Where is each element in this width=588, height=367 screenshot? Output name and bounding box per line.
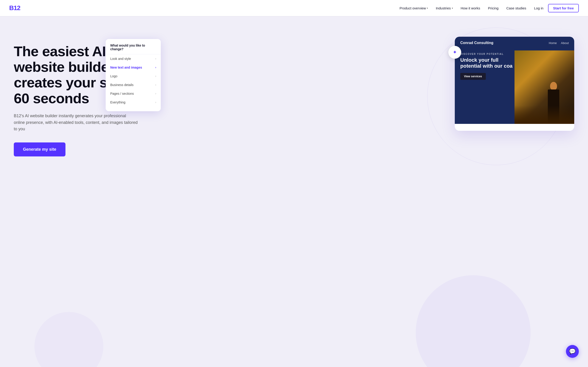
mockup-nav-home: Home bbox=[549, 41, 557, 45]
navigation: B12 Product overview ▾ Industries ▾ How … bbox=[0, 0, 588, 16]
brand-logo[interactable]: B12 bbox=[9, 4, 20, 12]
mockup-view-services-button: View services bbox=[460, 73, 486, 80]
mockup-bottom-bar bbox=[455, 124, 574, 131]
nav-pricing[interactable]: Pricing bbox=[485, 4, 502, 12]
change-panel-title: What would you like to change? bbox=[106, 44, 161, 54]
sparkle-icon: ✦ bbox=[453, 49, 457, 55]
chat-icon: 💬 bbox=[569, 348, 576, 355]
mockup-nav-about: About bbox=[561, 41, 569, 45]
decorative-circle-3 bbox=[35, 312, 103, 367]
mockup-photo bbox=[515, 50, 574, 124]
chevron-right-icon: › bbox=[155, 83, 156, 86]
change-panel: What would you like to change? Look and … bbox=[106, 39, 161, 111]
change-panel-item-pages[interactable]: Pages / sections › bbox=[106, 89, 161, 98]
hero-generate-button[interactable]: Generate my site bbox=[14, 142, 65, 156]
person-head bbox=[550, 82, 557, 90]
chevron-right-icon: › bbox=[155, 75, 156, 78]
chevron-right-icon: › bbox=[155, 57, 156, 60]
nav-login[interactable]: Log in bbox=[531, 4, 547, 12]
hero-right-mockup: What would you like to change? Look and … bbox=[165, 34, 574, 154]
change-panel-item-business[interactable]: Business details › bbox=[106, 81, 161, 89]
mockup-navbar: Conrad Consulting Home About bbox=[455, 37, 574, 49]
hero-subheadline: B12's AI website builder instantly gener… bbox=[14, 113, 138, 132]
mockup-website-preview: Conrad Consulting Home About DISCOVER YO… bbox=[455, 37, 574, 124]
chevron-right-icon: › bbox=[155, 101, 156, 104]
nav-links: Product overview ▾ Industries ▾ How it w… bbox=[396, 4, 579, 12]
site-mockup-card: Conrad Consulting Home About DISCOVER YO… bbox=[455, 37, 574, 131]
mockup-brand-name: Conrad Consulting bbox=[460, 41, 493, 45]
hero-section: The easiest AI website builder creates y… bbox=[0, 16, 588, 367]
chevron-down-icon: ▾ bbox=[427, 7, 428, 9]
sparkle-button[interactable]: ✦ bbox=[448, 46, 461, 59]
mockup-nav-links: Home About bbox=[549, 41, 569, 45]
change-panel-item-logo[interactable]: Logo › bbox=[106, 72, 161, 81]
chevron-right-icon: › bbox=[155, 92, 156, 95]
change-panel-item-text[interactable]: New text and images › bbox=[106, 63, 161, 72]
chevron-right-icon: › bbox=[155, 66, 156, 69]
decorative-circle-2 bbox=[416, 275, 531, 367]
change-panel-item-look[interactable]: Look and style › bbox=[106, 54, 161, 63]
chevron-down-icon: ▾ bbox=[452, 7, 453, 9]
nav-case-studies[interactable]: Case studies bbox=[503, 4, 529, 12]
nav-how-it-works[interactable]: How it works bbox=[458, 4, 484, 12]
change-panel-item-everything[interactable]: Everything › bbox=[106, 98, 161, 107]
nav-start-free-button[interactable]: Start for free bbox=[548, 4, 579, 12]
nav-industries[interactable]: Industries ▾ bbox=[432, 4, 456, 12]
chat-button[interactable]: 💬 bbox=[566, 345, 579, 358]
nav-product-overview[interactable]: Product overview ▾ bbox=[396, 4, 431, 12]
mockup-headline: Unlock your full potential with our coa bbox=[460, 57, 520, 69]
